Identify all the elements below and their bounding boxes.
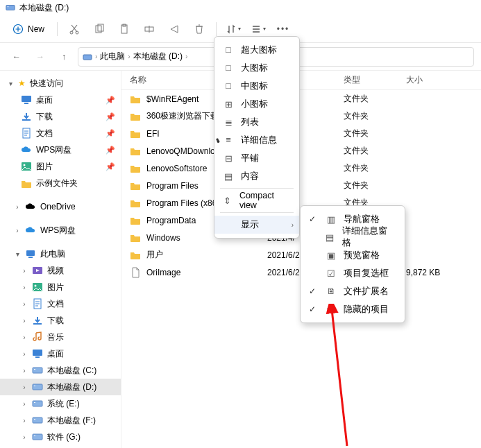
sidebar-item-label: 桌面 — [36, 94, 53, 106]
file-row[interactable]: 360极速浏览器下载3 17:26文件夹 — [121, 107, 481, 125]
sidebar-item[interactable]: ›本地磁盘 (D:) — [0, 379, 121, 395]
sidebar-item[interactable]: ›桌面 — [0, 345, 121, 362]
sidebar-item-label: 图片 — [36, 161, 53, 173]
menu-item-view[interactable]: □大图标 — [214, 59, 299, 77]
menu-show[interactable]: 显示 › — [214, 216, 299, 234]
menu-item-show[interactable]: ✓👁隐藏的项目 — [301, 300, 405, 318]
rename-icon — [144, 24, 155, 35]
sidebar-item[interactable]: ›图片 — [0, 279, 121, 295]
file-row[interactable]: LenovoQMDownload6 19:40文件夹 — [121, 142, 481, 160]
menu-item-view[interactable]: ≣列表 — [214, 113, 299, 131]
menu-item-view[interactable]: ▤内容 — [214, 167, 299, 185]
menu-item-show[interactable]: ▣预览窗格 — [301, 246, 405, 264]
sidebar-item[interactable]: ›音乐 — [0, 329, 121, 345]
menu-item-view[interactable]: •≡详细信息• — [214, 131, 299, 149]
sidebar-item[interactable]: ›本地磁盘 (C:) — [0, 362, 121, 379]
column-headers: 名称 类型 大小 — [121, 71, 481, 90]
crumb-folder[interactable]: 本地磁盘 (D:) — [133, 51, 183, 62]
sidebar-item-label: 图片 — [47, 282, 64, 293]
menu-item-view[interactable]: ⊞小图标 — [214, 95, 299, 113]
svg-rect-13 — [22, 119, 31, 121]
menu-item-view[interactable]: ⊟平铺 — [214, 149, 299, 167]
forward-button[interactable]: → — [31, 52, 50, 62]
menu-label: 内容 — [241, 171, 259, 182]
eye-icon: 👁 — [326, 304, 337, 314]
sidebar-this-pc[interactable]: ▾ 此电脑 — [0, 245, 121, 262]
chevron-right-icon: › — [95, 53, 97, 60]
sidebar: ▾ ★ 快速访问 桌面📌下载📌文档📌WPS网盘📌图片📌示例文件夹 › OneDr… — [0, 71, 121, 448]
crumb-root[interactable]: 此电脑 — [100, 51, 125, 62]
copy-button[interactable] — [88, 18, 110, 40]
cloud-icon — [25, 203, 36, 211]
disk-icon — [32, 398, 43, 409]
chevron-right-icon: › — [21, 350, 28, 358]
file-row[interactable]: EFI6 17:18文件夹 — [121, 125, 481, 142]
file-type: 文件夹 — [344, 110, 406, 122]
sidebar-item[interactable]: 图片📌 — [0, 158, 121, 175]
pin-icon: 📌 — [106, 96, 115, 105]
folder-icon — [130, 250, 141, 261]
new-label: New — [28, 24, 44, 34]
doc-icon — [32, 298, 43, 309]
sidebar-wps[interactable]: › WPS网盘 — [0, 222, 121, 239]
svg-rect-12 — [24, 103, 28, 104]
view-icon — [251, 24, 262, 35]
up-button[interactable]: ↑ — [54, 52, 74, 62]
col-size[interactable]: 大小 — [406, 74, 481, 86]
menu-label: 大图标 — [241, 62, 268, 74]
back-button[interactable]: ← — [7, 52, 26, 62]
sidebar-item[interactable]: ›下载 — [0, 312, 121, 329]
sidebar-item[interactable]: ›视频 — [0, 262, 121, 279]
chevron-right-icon: › — [292, 221, 294, 229]
view-glyph-icon: ▤ — [223, 171, 234, 182]
new-button[interactable]: New — [6, 21, 51, 37]
menu-label: 详细信息窗格 — [342, 225, 392, 249]
menu-label: 小图标 — [241, 98, 268, 110]
sidebar-item[interactable]: ›本地磁盘 (F:) — [0, 412, 121, 429]
monitor-icon — [32, 348, 43, 359]
star-icon: ★ — [18, 78, 26, 88]
col-type[interactable]: 类型 — [344, 74, 406, 86]
menu-label: 文件扩展名 — [344, 286, 389, 298]
sidebar-item-label: 示例文件夹 — [36, 178, 78, 189]
menu-compact-view[interactable]: ⇕ Compact view — [214, 191, 299, 209]
disk-icon — [6, 3, 15, 12]
file-type: 文件夹 — [344, 180, 406, 191]
file-name: EFI — [146, 129, 160, 139]
chevron-down-icon: ▾ — [14, 250, 21, 258]
menu-item-view[interactable]: □中图标 — [214, 77, 299, 95]
menu-label: 详细信息 — [241, 135, 277, 146]
sidebar-item[interactable]: 桌面📌 — [0, 92, 121, 108]
rename-button[interactable] — [138, 18, 160, 40]
sidebar-quick-access[interactable]: ▾ ★ 快速访问 — [0, 75, 121, 92]
menu-item-show[interactable]: ▤详细信息窗格 — [301, 228, 405, 246]
menu-label: 隐藏的项目 — [344, 304, 389, 316]
view-glyph-icon: ⊞ — [223, 99, 234, 110]
file-row[interactable]: $WinREAgent2:15文件夹 — [121, 90, 481, 107]
menu-item-view[interactable]: □超大图标 — [214, 41, 299, 59]
menu-item-show[interactable]: ✓🗎文件扩展名 — [301, 282, 405, 300]
sidebar-item[interactable]: ›文档 — [0, 295, 121, 312]
paste-button[interactable] — [113, 18, 135, 40]
cut-button[interactable] — [63, 18, 85, 40]
svg-rect-32 — [33, 417, 42, 423]
sidebar-item-label: 文档 — [47, 298, 64, 310]
sidebar-item[interactable]: 文档📌 — [0, 125, 121, 141]
delete-button[interactable] — [188, 18, 210, 40]
music-icon — [32, 331, 43, 343]
sidebar-item[interactable]: ›系统 (E:) — [0, 395, 121, 412]
sidebar-item[interactable]: 下载📌 — [0, 108, 121, 125]
sidebar-item[interactable]: WPS网盘📌 — [0, 141, 121, 158]
sidebar-label: WPS网盘 — [40, 225, 76, 236]
file-row[interactable]: Program Files2:41文件夹 — [121, 177, 481, 194]
sidebar-item[interactable]: 示例文件夹 — [0, 175, 121, 191]
file-row[interactable]: LenovoSoftstore6 23:31文件夹 — [121, 160, 481, 177]
chevron-right-icon: › — [14, 227, 21, 234]
menu-item-show[interactable]: ☑项目复选框 — [301, 264, 405, 282]
share-button[interactable] — [163, 18, 185, 40]
share-icon — [169, 24, 180, 35]
sidebar-item[interactable]: ›软件 (G:) — [0, 429, 121, 445]
sidebar-item-label: 下载 — [47, 315, 64, 327]
sidebar-onedrive[interactable]: › OneDrive — [0, 198, 121, 215]
window-title: 本地磁盘 (D:) — [19, 2, 69, 14]
